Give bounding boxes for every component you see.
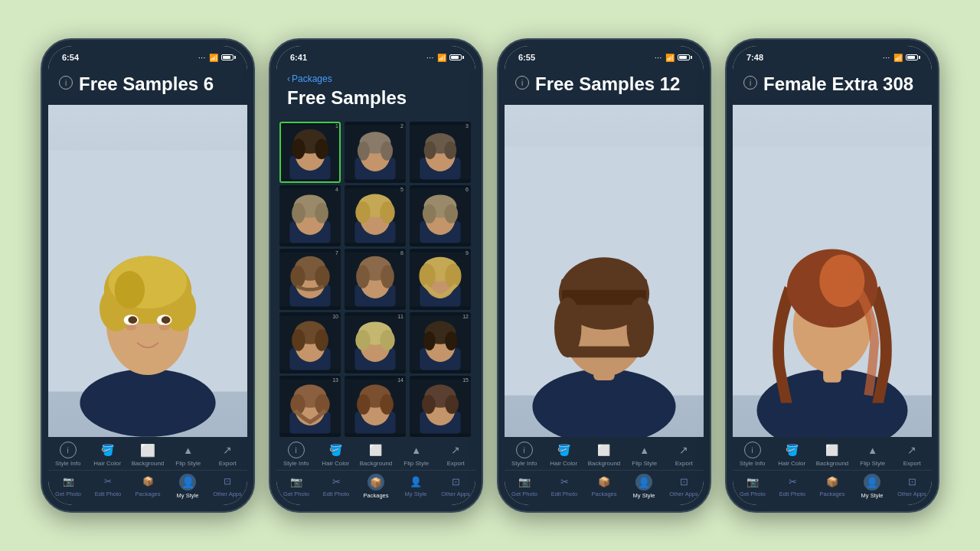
- toolbar-background-2[interactable]: ⬜ Background: [360, 442, 393, 467]
- nav-my-style-1[interactable]: 👤 My Style: [173, 474, 202, 499]
- grid-cell-15[interactable]: 15: [410, 376, 471, 437]
- toolbar-4: i Style Info 🪣 Hair Color ⬜ Background ▲…: [733, 437, 932, 470]
- toolbar-style-info-2[interactable]: i Style Info: [281, 442, 312, 467]
- nav-edit-photo-4[interactable]: ✂ Edit Photo: [778, 474, 807, 499]
- info-icon-4[interactable]: i: [743, 76, 757, 90]
- status-time-2: 6:41: [290, 53, 307, 62]
- svg-point-8: [115, 271, 145, 308]
- background-icon-3: ⬜: [596, 442, 612, 458]
- flip-icon-4: ▲: [864, 442, 881, 458]
- grid-cell-12[interactable]: 12: [410, 312, 471, 373]
- header-info-row-1: i Free Samples 6: [59, 73, 237, 96]
- toolbar-hair-color-1[interactable]: 🪣 Hair Color: [92, 442, 122, 467]
- toolbar-flip-3[interactable]: ▲ Flip Style: [629, 442, 660, 467]
- nav-packages-4[interactable]: 📦 Packages: [818, 474, 847, 499]
- toolbar-export-4[interactable]: ↗ Export: [897, 442, 927, 467]
- edit-photo-icon-1: ✂: [100, 474, 116, 489]
- toolbar-background-1[interactable]: ⬜ Background: [132, 442, 165, 467]
- phone-screen-2: 6:41 ··· 📶 ‹ Packages Free Samples: [276, 46, 475, 505]
- phone-screen-1: 6:54 ··· 📶 i Free Samples 6: [48, 46, 247, 505]
- background-icon-2: ⬜: [368, 442, 384, 458]
- grid-cell-14[interactable]: 14: [345, 376, 406, 437]
- grid-cell-2[interactable]: 2: [345, 122, 406, 183]
- wifi-icon-2: 📶: [437, 54, 446, 62]
- grid-cell-1[interactable]: 1: [279, 122, 341, 183]
- svg-point-68: [445, 263, 461, 288]
- background-icon-1: ⬜: [139, 442, 156, 458]
- svg-rect-114: [567, 346, 642, 357]
- info-icon-1[interactable]: i: [59, 76, 73, 90]
- toolbar-export-3[interactable]: ↗ Export: [668, 442, 699, 467]
- my-style-icon-1: 👤: [179, 474, 196, 491]
- nav-my-style-3[interactable]: 👤 My Style: [629, 474, 658, 499]
- phone-screen-3: 6:55 ··· 📶 i Free Samples 12: [505, 46, 704, 505]
- nav-get-photo-1[interactable]: 📷 Get Photo: [54, 474, 83, 499]
- toolbar-hair-color-3[interactable]: 🪣 Hair Color: [548, 442, 579, 467]
- nav-edit-photo-3[interactable]: ✂ Edit Photo: [550, 474, 579, 499]
- toolbar-export-1[interactable]: ↗ Export: [212, 442, 243, 467]
- toolbar-background-3[interactable]: ⬜ Background: [588, 442, 621, 467]
- my-style-icon-2: 👤: [408, 474, 423, 489]
- toolbar-flip-1[interactable]: ▲ Flip Style: [173, 442, 204, 467]
- nav-other-apps-3[interactable]: ⊡ Other Apps: [669, 474, 698, 499]
- nav-my-style-2[interactable]: 👤 My Style: [401, 474, 430, 499]
- toolbar-2: i Style Info 🪣 Hair Color ⬜ Background ▲…: [276, 437, 475, 470]
- toolbar-flip-4[interactable]: ▲ Flip Style: [858, 442, 888, 467]
- nav-other-apps-1[interactable]: ⊡ Other Apps: [213, 474, 242, 499]
- status-icons-2: ··· 📶: [426, 54, 462, 62]
- nav-other-apps-4[interactable]: ⊡ Other Apps: [897, 474, 926, 499]
- nav-edit-photo-1[interactable]: ✂ Edit Photo: [93, 474, 122, 499]
- toolbar-style-info-1[interactable]: i Style Info: [53, 442, 83, 467]
- svg-point-55: [290, 266, 305, 287]
- nav-edit-photo-2[interactable]: ✂ Edit Photo: [322, 474, 351, 499]
- nav-get-photo-4[interactable]: 📷 Get Photo: [738, 474, 767, 499]
- nav-other-apps-2[interactable]: ⊡ Other Apps: [441, 474, 470, 499]
- grid-cell-8[interactable]: 8: [345, 249, 406, 310]
- export-icon-1: ↗: [219, 442, 236, 458]
- grid-cell-5[interactable]: 5: [345, 185, 406, 246]
- nav-packages-3[interactable]: 📦 Packages: [590, 474, 619, 499]
- svg-point-120: [819, 254, 864, 307]
- grid-cell-13[interactable]: 13: [279, 376, 341, 437]
- svg-point-104: [445, 395, 459, 414]
- toolbar-style-info-3[interactable]: i Style Info: [509, 442, 540, 467]
- svg-point-19: [292, 139, 305, 159]
- toolbar-style-info-4[interactable]: i Style Info: [737, 442, 768, 467]
- svg-point-50: [444, 204, 458, 223]
- my-style-icon-3: 👤: [635, 474, 652, 491]
- svg-point-86: [445, 331, 457, 350]
- bottom-nav-1: 📷 Get Photo ✂ Edit Photo 📦 Packages 👤 My…: [48, 470, 247, 505]
- info-icon-3[interactable]: i: [515, 76, 529, 90]
- toolbar-hair-color-4[interactable]: 🪣 Hair Color: [776, 442, 807, 467]
- nav-packages-2[interactable]: 📦 Packages: [361, 474, 390, 499]
- nav-packages-1[interactable]: 📦 Packages: [133, 474, 162, 499]
- nav-my-style-4[interactable]: 👤 My Style: [858, 474, 887, 499]
- nav-get-photo-3[interactable]: 📷 Get Photo: [510, 474, 539, 499]
- toolbar-export-2[interactable]: ↗ Export: [440, 442, 471, 467]
- grid-cell-11[interactable]: 11: [345, 312, 406, 373]
- header-back-2[interactable]: ‹ Packages: [287, 73, 465, 84]
- main-content-4: [733, 105, 932, 437]
- nav-get-photo-2[interactable]: 📷 Get Photo: [282, 474, 311, 499]
- portrait-svg-4: [733, 105, 932, 437]
- export-label-1: Export: [219, 460, 237, 467]
- get-photo-icon-2: 📷: [289, 474, 304, 489]
- get-photo-icon-4: 📷: [745, 474, 760, 489]
- grid-cell-10[interactable]: 10: [279, 312, 341, 373]
- battery-icon-4: [906, 54, 918, 60]
- edit-photo-icon-4: ✂: [785, 474, 800, 489]
- toolbar-flip-2[interactable]: ▲ Flip Style: [401, 442, 432, 467]
- toolbar-hair-color-2[interactable]: 🪣 Hair Color: [320, 442, 351, 467]
- bottom-nav-3: 📷 Get Photo ✂ Edit Photo 📦 Packages 👤 My…: [505, 470, 704, 505]
- bottom-nav-4: 📷 Get Photo ✂ Edit Photo 📦 Packages 👤 My…: [733, 470, 932, 505]
- toolbar-background-4[interactable]: ⬜ Background: [816, 442, 849, 467]
- grid-cell-7[interactable]: 7: [279, 249, 341, 310]
- other-apps-icon-3: ⊡: [676, 474, 691, 489]
- back-chevron-2: ‹: [287, 73, 290, 84]
- grid-cell-9[interactable]: 9: [410, 249, 471, 310]
- grid-cell-4[interactable]: 4: [279, 185, 341, 246]
- flip-label-1: Flip Style: [175, 460, 201, 467]
- grid-cell-6[interactable]: 6: [410, 185, 471, 246]
- app-title-4: Female Extra 308: [763, 73, 913, 96]
- grid-cell-3[interactable]: 3: [410, 122, 471, 183]
